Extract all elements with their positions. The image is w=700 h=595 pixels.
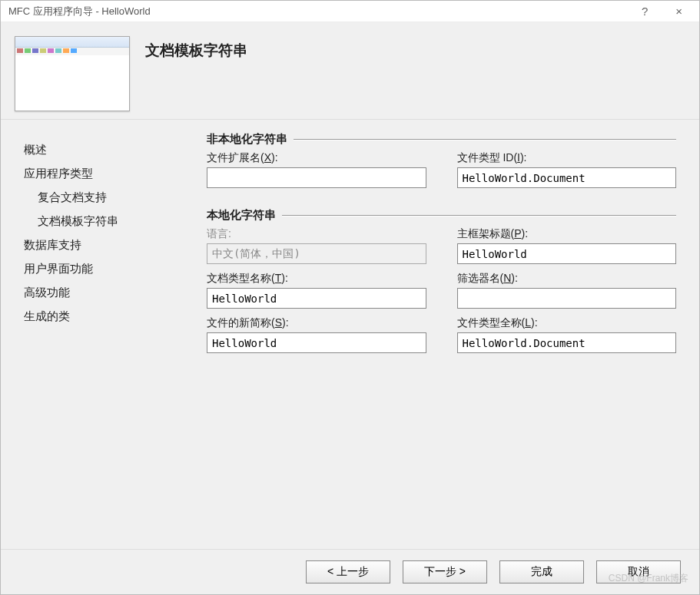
doctype-name-label: 文档类型名称(T): (207, 272, 426, 286)
prev-button[interactable]: < 上一步 (306, 560, 390, 583)
mainframe-title-label: 主框架标题(P): (457, 227, 677, 241)
newshort-input[interactable] (207, 332, 426, 353)
sidebar-item-overview[interactable]: 概述 (24, 138, 185, 162)
main-area: 概述 应用程序类型 复合文档支持 文档模板字符串 数据库支持 用户界面功能 高级… (1, 119, 699, 549)
wizard-window: MFC 应用程序向导 - HelloWorld ? × 文档模板字符串 概述 应… (0, 0, 700, 595)
file-ext-label: 文件扩展名(X): (207, 151, 426, 165)
sidebar-item-doc-template-strings[interactable]: 文档模板字符串 (24, 210, 185, 233)
preview-thumbnail (15, 36, 130, 111)
file-type-id-input[interactable] (457, 167, 677, 188)
button-bar: < 上一步 下一步 > 完成 取消 (1, 549, 699, 594)
filter-name-label: 筛选器名(N): (457, 272, 677, 286)
group-nonlocalized: 非本地化字符串 文件扩展名(X): 文件类型 ID(I): (207, 132, 676, 196)
filetype-full-input[interactable] (457, 332, 677, 353)
titlebar: MFC 应用程序向导 - HelloWorld ? × (1, 1, 699, 22)
divider (282, 215, 676, 216)
filter-name-input[interactable] (457, 288, 677, 309)
finish-button[interactable]: 完成 (499, 560, 584, 583)
language-label: 语言: (207, 227, 426, 241)
content: 非本地化字符串 文件扩展名(X): 文件类型 ID(I): (193, 120, 699, 549)
window-title: MFC 应用程序向导 - HelloWorld (8, 5, 637, 18)
dialog-body: 文档模板字符串 概述 应用程序类型 复合文档支持 文档模板字符串 数据库支持 用… (1, 22, 699, 594)
language-input (207, 243, 426, 264)
newshort-label: 文件的新简称(S): (207, 316, 426, 330)
cancel-button[interactable]: 取消 (596, 560, 681, 583)
sidebar: 概述 应用程序类型 复合文档支持 文档模板字符串 数据库支持 用户界面功能 高级… (1, 120, 193, 549)
filetype-full-label: 文件类型全称(L): (457, 316, 677, 330)
doctype-name-input[interactable] (207, 288, 426, 309)
sidebar-item-database[interactable]: 数据库支持 (24, 233, 185, 257)
sidebar-item-app-type[interactable]: 应用程序类型 (24, 162, 185, 186)
mainframe-title-input[interactable] (457, 243, 677, 264)
sidebar-item-generated-classes[interactable]: 生成的类 (24, 305, 185, 329)
sidebar-item-advanced[interactable]: 高级功能 (24, 281, 185, 305)
file-ext-input[interactable] (207, 167, 426, 188)
sidebar-item-ui[interactable]: 用户界面功能 (24, 257, 185, 281)
group-localized-title: 本地化字符串 (207, 208, 282, 223)
header-area: 文档模板字符串 (1, 22, 699, 119)
next-button[interactable]: 下一步 > (403, 560, 487, 583)
group-nonlocalized-title: 非本地化字符串 (207, 132, 294, 147)
help-button[interactable]: ? (637, 5, 652, 18)
page-heading: 文档模板字符串 (145, 36, 247, 61)
group-localized: 本地化字符串 语言: 主框架标题(P): (207, 208, 676, 361)
close-button[interactable]: × (671, 5, 687, 18)
titlebar-controls: ? × (637, 5, 693, 18)
file-type-id-label: 文件类型 ID(I): (457, 151, 677, 165)
sidebar-item-compound-doc[interactable]: 复合文档支持 (24, 186, 185, 210)
divider (294, 139, 676, 140)
